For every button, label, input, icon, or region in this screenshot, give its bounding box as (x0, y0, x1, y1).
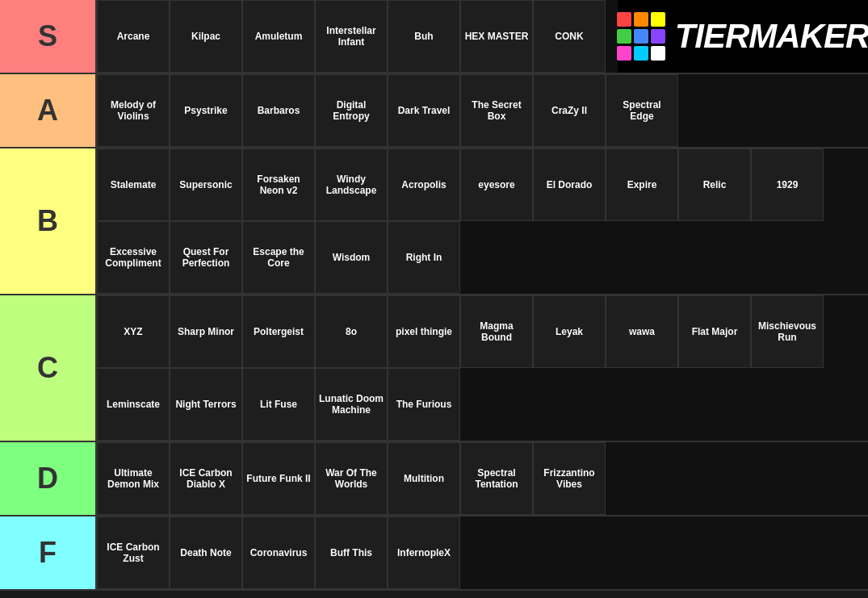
tier-item: 1929 (751, 148, 824, 221)
tier-item: Wisdom (315, 221, 388, 294)
tier-item: Windy Landscape (315, 148, 388, 221)
tier-item: Lit Fuse (242, 368, 315, 441)
tier-item: Melody of Violins (97, 74, 170, 147)
tier-item: Future Funk II (242, 442, 315, 515)
tier-item: Coronavirus (242, 516, 315, 589)
tier-item: Amuletum (242, 0, 315, 73)
tier-item: Multition (388, 442, 460, 515)
tier-items-b: StalemateSupersonicForsaken Neon v2Windy… (97, 148, 868, 294)
tier-label-s: S (0, 0, 97, 73)
tier-row-a: AMelody of ViolinsPsystrikeBarbarosDigit… (0, 74, 868, 148)
tier-item: Right In (388, 221, 460, 294)
logo-text: TiERMAKER (675, 17, 868, 56)
tier-item: Relic (678, 148, 751, 221)
tier-item: The Furious (388, 368, 460, 441)
tier-items-f: ICE Carbon ZustDeath NoteCoronavirusBuff… (97, 516, 868, 589)
tier-item: Leminscate (97, 368, 170, 441)
tier-item: Forsaken Neon v2 (242, 148, 315, 221)
tier-items-a: Melody of ViolinsPsystrikeBarbarosDigita… (97, 74, 868, 147)
tier-item: pixel thingie (388, 295, 460, 368)
tier-item: HEX MASTER (460, 0, 533, 73)
tier-item: wawa (606, 295, 678, 368)
tier-item: Barbaros (242, 74, 315, 147)
tier-item: El Dorado (533, 148, 606, 221)
tier-item: Digital Entropy (315, 74, 388, 147)
tier-item: Poltergeist (242, 295, 315, 368)
tier-item: Expire (606, 148, 678, 221)
tier-item: CONK (533, 0, 606, 73)
tier-item: Buh (388, 0, 460, 73)
tier-item: Night Terrors (170, 368, 242, 441)
tier-label-a: A (0, 74, 97, 147)
logo-sq-1 (617, 12, 631, 27)
tier-item: Flat Major (678, 295, 751, 368)
tier-row-f: FICE Carbon ZustDeath NoteCoronavirusBuf… (0, 516, 868, 591)
tier-item: Supersonic (170, 148, 242, 221)
tier-item: CraZy II (533, 74, 606, 147)
tier-item: Frizzantino Vibes (533, 442, 606, 515)
tier-label-c: C (0, 295, 97, 441)
tier-item: Death Note (170, 516, 242, 589)
tier-item: Lunatic Doom Machine (315, 368, 388, 441)
logo-sq-8 (634, 46, 648, 61)
logo-sq-5 (634, 29, 648, 44)
tier-item: Buff This (315, 516, 388, 589)
logo-sq-2 (634, 12, 648, 27)
tier-items-s: ArcaneKilpacAmuletumInterstellar InfantB… (97, 0, 618, 73)
tier-item: ICE Carbon Zust (97, 516, 170, 589)
tier-item: Arcane (97, 0, 170, 73)
tier-label-f: F (0, 516, 97, 589)
tier-item: eyesore (460, 148, 533, 221)
tier-item: InfernopleX (388, 516, 460, 589)
tier-item: Stalemate (97, 148, 170, 221)
tier-item: Psystrike (170, 74, 242, 147)
tier-item: Kilpac (170, 0, 242, 73)
logo-sq-7 (617, 46, 631, 61)
logo-sq-9 (651, 46, 665, 61)
tier-item: ICE Carbon Diablo X (170, 442, 242, 515)
tier-item: 8o (315, 295, 388, 368)
tier-item: Interstellar Infant (315, 0, 388, 73)
tier-item: Quest For Perfection (170, 221, 242, 294)
tier-rows-container: AMelody of ViolinsPsystrikeBarbarosDigit… (0, 74, 868, 591)
tier-item: Leyak (533, 295, 606, 368)
tier-label-d: D (0, 442, 97, 515)
logo-sq-3 (651, 12, 665, 27)
tier-item: Magma Bound (460, 295, 533, 368)
tier-item: Escape the Core (242, 221, 315, 294)
tier-row-b: BStalemateSupersonicForsaken Neon v2Wind… (0, 148, 868, 295)
tier-item: The Secret Box (460, 74, 533, 147)
logo-sq-6 (651, 29, 665, 44)
tier-row-s: S ArcaneKilpacAmuletumInterstellar Infan… (0, 0, 868, 74)
tiermaker-logo: TiERMAKER (618, 0, 868, 73)
logo-grid (617, 12, 665, 61)
tier-item: Ultimate Demon Mix (97, 442, 170, 515)
tier-item: Spectral Edge (606, 74, 678, 147)
tier-label-b: B (0, 148, 97, 294)
logo-sq-4 (617, 29, 631, 44)
tier-item: Dark Travel (388, 74, 460, 147)
tier-row-c: CXYZSharp MinorPoltergeist8opixel thingi… (0, 295, 868, 442)
tier-item: Sharp Minor (170, 295, 242, 368)
tier-item: Mischievous Run (751, 295, 824, 368)
tier-item: Acropolis (388, 148, 460, 221)
tier-item: Excessive Compliment (97, 221, 170, 294)
tier-items-d: Ultimate Demon MixICE Carbon Diablo XFut… (97, 442, 868, 515)
tier-row-d: DUltimate Demon MixICE Carbon Diablo XFu… (0, 442, 868, 516)
tier-items-c: XYZSharp MinorPoltergeist8opixel thingie… (97, 295, 868, 441)
tier-item: Spectral Tentation (460, 442, 533, 515)
tier-item: XYZ (97, 295, 170, 368)
tier-item: War Of The Worlds (315, 442, 388, 515)
